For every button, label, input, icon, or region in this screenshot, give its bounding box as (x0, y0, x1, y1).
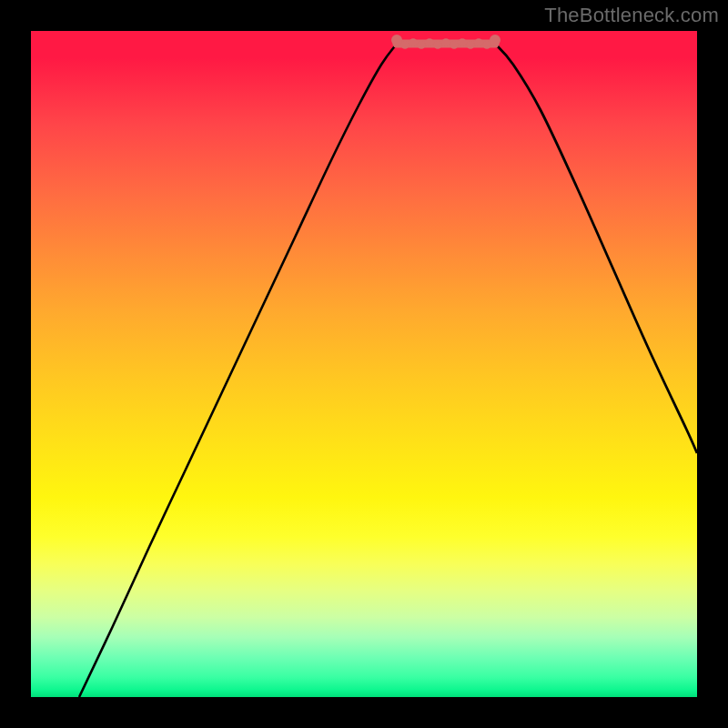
flat-band-dot (401, 41, 410, 49)
flat-band-dot (442, 38, 450, 46)
flat-band-dot (410, 38, 418, 46)
curve-left-line (79, 44, 397, 697)
plot-area (31, 31, 697, 697)
flat-band-dot (467, 41, 475, 49)
flat-band-end-dot (490, 35, 500, 46)
chart-frame: TheBottleneck.com (0, 0, 728, 728)
watermark-text: TheBottleneck.com (544, 4, 719, 27)
flat-band-dot (459, 38, 467, 46)
flat-band-dot (434, 41, 442, 49)
flat-band-dot (450, 41, 459, 49)
flat-band-start-dot (391, 35, 402, 46)
flat-band-dot (426, 38, 434, 46)
chart-svg (31, 31, 697, 697)
flat-band-dot (418, 41, 426, 49)
curve-right-line (495, 44, 697, 453)
flat-band-dot (475, 38, 483, 46)
flat-band-dot (483, 41, 491, 49)
